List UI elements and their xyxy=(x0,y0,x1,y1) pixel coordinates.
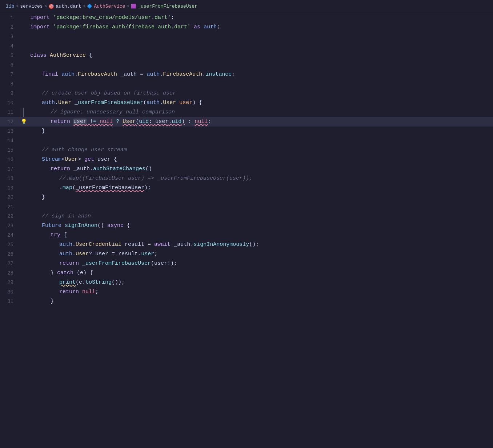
line-num-7: 7 xyxy=(0,70,20,79)
lightbulb-icon[interactable]: 💡 xyxy=(21,117,27,127)
gutter-28 xyxy=(20,268,27,278)
code-line-30: 30 return null; xyxy=(0,287,493,297)
line-content-6 xyxy=(27,60,493,70)
code-line-12: 12 💡 return user != null ? User(uid: use… xyxy=(0,117,493,127)
line-content-10: auth.User _userFromFirebaseUser(auth.Use… xyxy=(27,98,493,108)
line-content-30: return null; xyxy=(27,287,493,297)
code-line-27: 27 return _userFromFirebaseUser(user!); xyxy=(0,259,493,268)
gutter-4 xyxy=(20,41,27,51)
code-line-10: 10 auth.User _userFromFirebaseUser(auth.… xyxy=(0,98,493,108)
gutter-8 xyxy=(20,79,27,89)
breadcrumb-sep3: > xyxy=(83,4,86,9)
gutter-18 xyxy=(20,174,27,183)
gutter-5 xyxy=(20,51,27,60)
line-num-27: 27 xyxy=(0,259,20,268)
line-num-6: 6 xyxy=(0,60,20,70)
class-icon: 🔷 xyxy=(87,4,92,9)
line-content-21 xyxy=(27,202,493,212)
gutter-27 xyxy=(20,259,27,268)
line-content-16: Stream<User> get user { xyxy=(27,155,493,164)
gutter-7 xyxy=(20,70,27,79)
line-num-20: 20 xyxy=(0,193,20,202)
gutter-29 xyxy=(20,278,27,287)
line-num-10: 10 xyxy=(0,98,20,108)
breadcrumb-sep4: > xyxy=(127,4,129,9)
line-content-12: return user != null ? User(uid: user.uid… xyxy=(27,117,493,127)
line-content-2: import 'package:firebase_auth/firebase_a… xyxy=(27,23,493,32)
line-num-23: 23 xyxy=(0,221,20,231)
line-num-17: 17 xyxy=(0,164,20,174)
breadcrumb-method[interactable]: _userFromFirebaseUser xyxy=(138,4,197,9)
line-content-1: import 'package:brew_crew/models/user.da… xyxy=(27,13,493,23)
line-content-11: // ignore: unnecessary_null_comparison xyxy=(27,108,493,117)
gutter-6 xyxy=(20,60,27,70)
line-num-8: 8 xyxy=(0,79,20,89)
code-line-11: 11 // ignore: unnecessary_null_compariso… xyxy=(0,108,493,117)
line-num-11: 11 xyxy=(0,108,20,117)
code-line-14: 14 xyxy=(0,136,493,145)
code-line-17: 17 return _auth.authStateChanges() xyxy=(0,164,493,174)
line-num-16: 16 xyxy=(0,155,20,164)
gutter-20 xyxy=(20,193,27,202)
line-num-28: 28 xyxy=(0,268,20,278)
gutter-31 xyxy=(20,297,27,306)
line-content-5: class AuthService { xyxy=(27,51,493,60)
line-num-19: 19 xyxy=(0,183,20,193)
line-num-25: 25 xyxy=(0,240,20,249)
gutter-12: 💡 xyxy=(20,117,27,127)
line-content-3 xyxy=(27,32,493,41)
gutter-24 xyxy=(20,231,27,240)
line-content-23: Future signInAnon() async { xyxy=(27,221,493,231)
gutter-15 xyxy=(20,145,27,155)
line-content-8 xyxy=(27,79,493,89)
line-num-15: 15 xyxy=(0,145,20,155)
line-num-29: 29 xyxy=(0,278,20,287)
line-num-13: 13 xyxy=(0,127,20,136)
gutter-11 xyxy=(20,108,27,117)
code-line-7: 7 final auth.FirebaseAuth _auth = auth.F… xyxy=(0,70,493,79)
line-content-20: } xyxy=(27,193,493,202)
code-line-21: 21 xyxy=(0,202,493,212)
breadcrumb: lib > services > 🎯 auth.dart > 🔷 AuthSer… xyxy=(0,0,493,13)
breadcrumb-file[interactable]: auth.dart xyxy=(56,4,81,9)
breadcrumb-services[interactable]: services xyxy=(20,4,43,9)
gutter-30 xyxy=(20,287,27,297)
gutter-19 xyxy=(20,183,27,193)
code-line-22: 22 // sign in anon xyxy=(0,212,493,221)
code-line-4: 4 xyxy=(0,41,493,51)
line-content-17: return _auth.authStateChanges() xyxy=(27,164,493,174)
line-num-14: 14 xyxy=(0,136,20,145)
dart-file-icon: 🎯 xyxy=(48,4,54,9)
line-content-24: try { xyxy=(27,231,493,240)
line-content-14 xyxy=(27,136,493,145)
gutter-17 xyxy=(20,164,27,174)
breadcrumb-class[interactable]: AuthService xyxy=(94,4,125,9)
line-content-15: // auth change user stream xyxy=(27,145,493,155)
gutter-13 xyxy=(20,127,27,136)
breadcrumb-sep1: > xyxy=(16,4,19,9)
code-line-3: 3 xyxy=(0,32,493,41)
gutter-10 xyxy=(20,98,27,108)
gutter-16 xyxy=(20,155,27,164)
method-icon: 🟪 xyxy=(131,4,136,9)
line-num-5: 5 xyxy=(0,51,20,60)
gutter-25 xyxy=(20,240,27,249)
gutter-1 xyxy=(20,13,27,23)
gutter-21 xyxy=(20,202,27,212)
line-num-4: 4 xyxy=(0,41,20,51)
line-num-9: 9 xyxy=(0,89,20,98)
breadcrumb-lib[interactable]: lib xyxy=(6,4,14,9)
line-content-26: auth.User? user = result.user; xyxy=(27,249,493,259)
code-line-13: 13 } xyxy=(0,127,493,136)
line-content-18: //.map((FirebaseUser user) => _userFromF… xyxy=(27,174,493,183)
code-editor[interactable]: 1 import 'package:brew_crew/models/user.… xyxy=(0,13,493,306)
line-content-31: } xyxy=(27,297,493,306)
code-line-6: 6 xyxy=(0,60,493,70)
code-line-8: 8 xyxy=(0,79,493,89)
line-num-26: 26 xyxy=(0,249,20,259)
code-line-18: 18 //.map((FirebaseUser user) => _userFr… xyxy=(0,174,493,183)
line-content-25: auth.UserCredential result = await _auth… xyxy=(27,240,493,249)
gutter-2 xyxy=(20,23,27,32)
code-line-26: 26 auth.User? user = result.user; xyxy=(0,249,493,259)
gutter-3 xyxy=(20,32,27,41)
